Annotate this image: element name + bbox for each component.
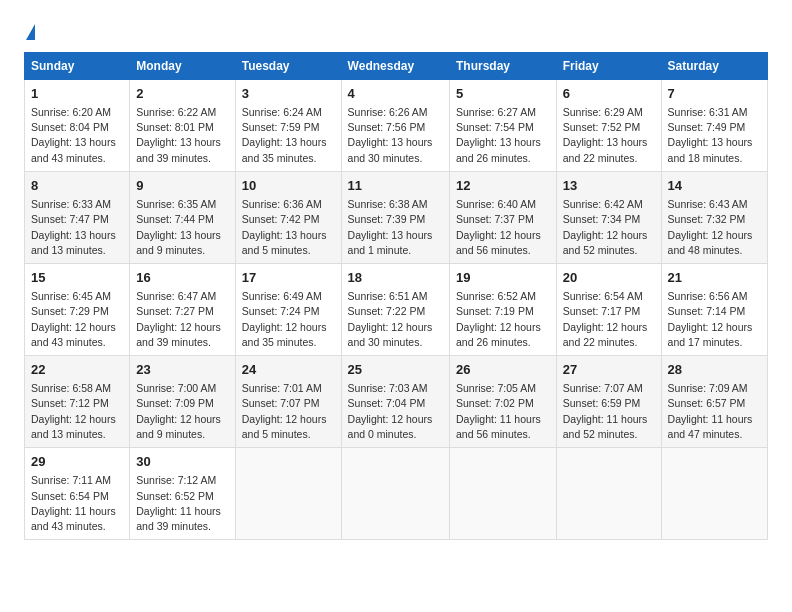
calendar-cell: 29Sunrise: 7:11 AMSunset: 6:54 PMDayligh… [25, 448, 130, 540]
calendar-cell: 24Sunrise: 7:01 AMSunset: 7:07 PMDayligh… [235, 356, 341, 448]
calendar-cell: 1Sunrise: 6:20 AMSunset: 8:04 PMDaylight… [25, 79, 130, 171]
day-number: 11 [348, 177, 443, 195]
day-info: Sunrise: 6:33 AMSunset: 7:47 PMDaylight:… [31, 197, 123, 258]
weekday-header-sunday: Sunday [25, 52, 130, 79]
header [24, 20, 768, 42]
calendar-cell: 26Sunrise: 7:05 AMSunset: 7:02 PMDayligh… [450, 356, 557, 448]
day-info: Sunrise: 7:11 AMSunset: 6:54 PMDaylight:… [31, 473, 123, 534]
calendar-cell: 21Sunrise: 6:56 AMSunset: 7:14 PMDayligh… [661, 263, 767, 355]
day-number: 29 [31, 453, 123, 471]
day-info: Sunrise: 6:43 AMSunset: 7:32 PMDaylight:… [668, 197, 761, 258]
calendar-cell: 25Sunrise: 7:03 AMSunset: 7:04 PMDayligh… [341, 356, 449, 448]
calendar-cell: 2Sunrise: 6:22 AMSunset: 8:01 PMDaylight… [130, 79, 236, 171]
calendar-cell: 14Sunrise: 6:43 AMSunset: 7:32 PMDayligh… [661, 171, 767, 263]
day-number: 6 [563, 85, 655, 103]
day-info: Sunrise: 6:27 AMSunset: 7:54 PMDaylight:… [456, 105, 550, 166]
day-info: Sunrise: 6:36 AMSunset: 7:42 PMDaylight:… [242, 197, 335, 258]
calendar-cell: 17Sunrise: 6:49 AMSunset: 7:24 PMDayligh… [235, 263, 341, 355]
calendar-cell: 5Sunrise: 6:27 AMSunset: 7:54 PMDaylight… [450, 79, 557, 171]
day-number: 20 [563, 269, 655, 287]
day-number: 30 [136, 453, 229, 471]
day-number: 16 [136, 269, 229, 287]
day-info: Sunrise: 7:12 AMSunset: 6:52 PMDaylight:… [136, 473, 229, 534]
calendar-week-row: 29Sunrise: 7:11 AMSunset: 6:54 PMDayligh… [25, 448, 768, 540]
day-number: 13 [563, 177, 655, 195]
day-info: Sunrise: 6:49 AMSunset: 7:24 PMDaylight:… [242, 289, 335, 350]
day-info: Sunrise: 6:29 AMSunset: 7:52 PMDaylight:… [563, 105, 655, 166]
day-number: 23 [136, 361, 229, 379]
day-info: Sunrise: 7:09 AMSunset: 6:57 PMDaylight:… [668, 381, 761, 442]
day-info: Sunrise: 6:26 AMSunset: 7:56 PMDaylight:… [348, 105, 443, 166]
day-info: Sunrise: 6:22 AMSunset: 8:01 PMDaylight:… [136, 105, 229, 166]
day-number: 21 [668, 269, 761, 287]
day-number: 25 [348, 361, 443, 379]
day-info: Sunrise: 6:42 AMSunset: 7:34 PMDaylight:… [563, 197, 655, 258]
day-info: Sunrise: 6:35 AMSunset: 7:44 PMDaylight:… [136, 197, 229, 258]
day-number: 18 [348, 269, 443, 287]
calendar-cell: 18Sunrise: 6:51 AMSunset: 7:22 PMDayligh… [341, 263, 449, 355]
logo [24, 20, 35, 42]
day-number: 14 [668, 177, 761, 195]
calendar-cell: 27Sunrise: 7:07 AMSunset: 6:59 PMDayligh… [556, 356, 661, 448]
calendar-cell: 15Sunrise: 6:45 AMSunset: 7:29 PMDayligh… [25, 263, 130, 355]
weekday-header-tuesday: Tuesday [235, 52, 341, 79]
calendar-cell: 10Sunrise: 6:36 AMSunset: 7:42 PMDayligh… [235, 171, 341, 263]
day-info: Sunrise: 6:58 AMSunset: 7:12 PMDaylight:… [31, 381, 123, 442]
calendar-cell: 13Sunrise: 6:42 AMSunset: 7:34 PMDayligh… [556, 171, 661, 263]
day-number: 1 [31, 85, 123, 103]
day-info: Sunrise: 6:52 AMSunset: 7:19 PMDaylight:… [456, 289, 550, 350]
day-number: 8 [31, 177, 123, 195]
day-info: Sunrise: 7:05 AMSunset: 7:02 PMDaylight:… [456, 381, 550, 442]
logo-triangle-icon [26, 24, 35, 40]
calendar-week-row: 1Sunrise: 6:20 AMSunset: 8:04 PMDaylight… [25, 79, 768, 171]
calendar-cell: 28Sunrise: 7:09 AMSunset: 6:57 PMDayligh… [661, 356, 767, 448]
day-number: 4 [348, 85, 443, 103]
calendar-cell [235, 448, 341, 540]
day-number: 7 [668, 85, 761, 103]
calendar-cell [556, 448, 661, 540]
calendar-table: SundayMondayTuesdayWednesdayThursdayFrid… [24, 52, 768, 540]
calendar-cell [661, 448, 767, 540]
day-number: 12 [456, 177, 550, 195]
day-number: 24 [242, 361, 335, 379]
day-number: 10 [242, 177, 335, 195]
calendar-cell: 20Sunrise: 6:54 AMSunset: 7:17 PMDayligh… [556, 263, 661, 355]
weekday-header-monday: Monday [130, 52, 236, 79]
calendar-cell: 7Sunrise: 6:31 AMSunset: 7:49 PMDaylight… [661, 79, 767, 171]
calendar-cell: 9Sunrise: 6:35 AMSunset: 7:44 PMDaylight… [130, 171, 236, 263]
day-info: Sunrise: 6:20 AMSunset: 8:04 PMDaylight:… [31, 105, 123, 166]
day-info: Sunrise: 6:45 AMSunset: 7:29 PMDaylight:… [31, 289, 123, 350]
day-info: Sunrise: 7:00 AMSunset: 7:09 PMDaylight:… [136, 381, 229, 442]
day-number: 26 [456, 361, 550, 379]
weekday-header-wednesday: Wednesday [341, 52, 449, 79]
day-number: 15 [31, 269, 123, 287]
day-number: 28 [668, 361, 761, 379]
day-info: Sunrise: 6:51 AMSunset: 7:22 PMDaylight:… [348, 289, 443, 350]
calendar-cell: 3Sunrise: 6:24 AMSunset: 7:59 PMDaylight… [235, 79, 341, 171]
day-info: Sunrise: 7:03 AMSunset: 7:04 PMDaylight:… [348, 381, 443, 442]
calendar-week-row: 22Sunrise: 6:58 AMSunset: 7:12 PMDayligh… [25, 356, 768, 448]
calendar-cell: 16Sunrise: 6:47 AMSunset: 7:27 PMDayligh… [130, 263, 236, 355]
day-number: 3 [242, 85, 335, 103]
calendar-cell [450, 448, 557, 540]
calendar-cell: 23Sunrise: 7:00 AMSunset: 7:09 PMDayligh… [130, 356, 236, 448]
calendar-cell: 8Sunrise: 6:33 AMSunset: 7:47 PMDaylight… [25, 171, 130, 263]
day-info: Sunrise: 6:54 AMSunset: 7:17 PMDaylight:… [563, 289, 655, 350]
day-number: 22 [31, 361, 123, 379]
page: SundayMondayTuesdayWednesdayThursdayFrid… [0, 0, 792, 612]
day-info: Sunrise: 6:40 AMSunset: 7:37 PMDaylight:… [456, 197, 550, 258]
calendar-cell: 4Sunrise: 6:26 AMSunset: 7:56 PMDaylight… [341, 79, 449, 171]
day-info: Sunrise: 7:01 AMSunset: 7:07 PMDaylight:… [242, 381, 335, 442]
day-info: Sunrise: 6:56 AMSunset: 7:14 PMDaylight:… [668, 289, 761, 350]
calendar-week-row: 15Sunrise: 6:45 AMSunset: 7:29 PMDayligh… [25, 263, 768, 355]
day-number: 19 [456, 269, 550, 287]
calendar-cell: 6Sunrise: 6:29 AMSunset: 7:52 PMDaylight… [556, 79, 661, 171]
calendar-week-row: 8Sunrise: 6:33 AMSunset: 7:47 PMDaylight… [25, 171, 768, 263]
day-number: 5 [456, 85, 550, 103]
day-info: Sunrise: 6:47 AMSunset: 7:27 PMDaylight:… [136, 289, 229, 350]
day-info: Sunrise: 6:38 AMSunset: 7:39 PMDaylight:… [348, 197, 443, 258]
weekday-header-saturday: Saturday [661, 52, 767, 79]
day-info: Sunrise: 6:24 AMSunset: 7:59 PMDaylight:… [242, 105, 335, 166]
calendar-cell: 22Sunrise: 6:58 AMSunset: 7:12 PMDayligh… [25, 356, 130, 448]
day-number: 17 [242, 269, 335, 287]
